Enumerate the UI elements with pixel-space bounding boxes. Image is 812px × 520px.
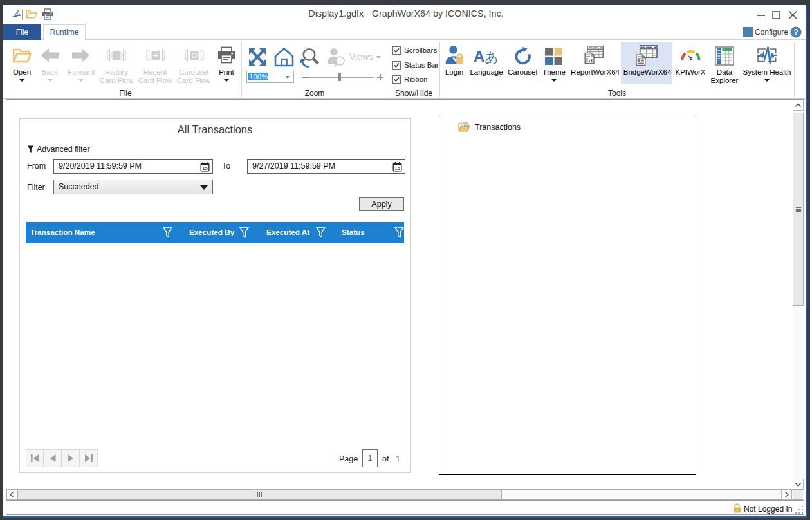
svg-text:?: ? xyxy=(793,28,798,37)
svg-text:15: 15 xyxy=(202,165,208,171)
svg-text:15: 15 xyxy=(394,165,400,171)
